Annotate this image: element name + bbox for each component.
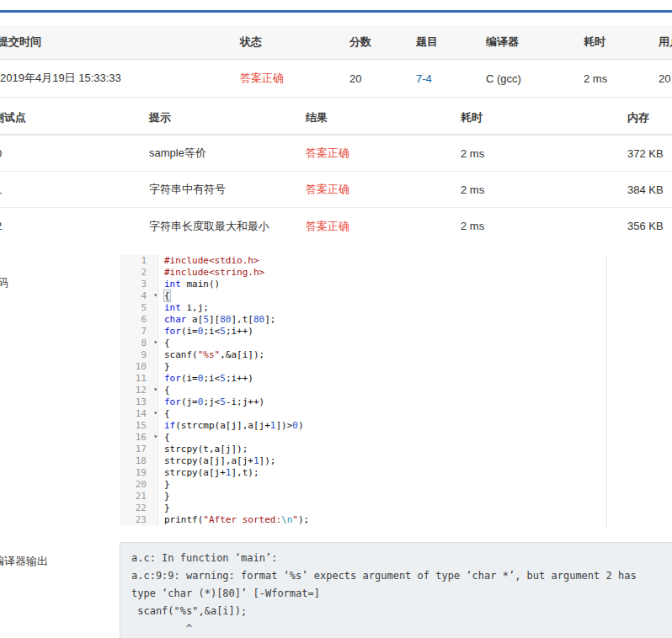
col-submit-time: 提交时间 xyxy=(0,35,240,50)
submission-table: 提交时间 状态 分数 题目 编译器 耗时 用户 2019年4月19日 15:33… xyxy=(0,25,672,98)
testcase-result: 答案正确 xyxy=(306,182,461,197)
code-fold-icon[interactable]: ▾ xyxy=(153,407,157,419)
col-tc-elapsed: 耗时 xyxy=(461,110,627,125)
col-memory: 内存 xyxy=(627,110,672,125)
problem-link[interactable]: 7-4 xyxy=(416,72,432,85)
compiler-value: C (gcc) xyxy=(486,72,584,85)
testcase-elapsed: 2 ms xyxy=(461,220,627,232)
submission-table-header: 提交时间 状态 分数 题目 编译器 耗时 用户 xyxy=(0,25,672,60)
compiler-output-label: 编译器输出 xyxy=(0,554,48,569)
testcase-id: 0 xyxy=(0,147,2,160)
code-fold-icon[interactable]: ▾ xyxy=(153,337,157,348)
code-fold-icon[interactable]: ▾ xyxy=(153,384,157,396)
testcase-hint: 字符串长度取最大和最小 xyxy=(149,219,306,234)
testcase-elapsed: 2 ms xyxy=(461,147,627,160)
testcase-row: 1 字符串中有符号 答案正确 2 ms 384 KB xyxy=(0,172,672,208)
col-compiler: 编译器 xyxy=(486,35,584,50)
testcase-memory: 372 KB xyxy=(627,147,672,160)
col-score: 分数 xyxy=(349,35,416,50)
testcase-hint: sample等价 xyxy=(149,146,306,161)
col-problem: 题目 xyxy=(416,35,486,50)
submit-time: 2019年4月19日 15:33:33 xyxy=(0,71,240,86)
code-section: 代码 1#include<stdio.h>2#include<string.h>… xyxy=(0,255,672,529)
compiler-output-box: a.c: In function ‘main’:a.c:9:9: warning… xyxy=(120,542,672,638)
elapsed-value: 2 ms xyxy=(584,72,659,85)
col-elapsed: 耗时 xyxy=(584,35,659,50)
testcase-result: 答案正确 xyxy=(306,146,461,161)
testcase-id: 2 xyxy=(0,220,2,232)
col-user: 用户 xyxy=(659,35,672,50)
testcase-row: 0 sample等价 答案正确 2 ms 372 KB xyxy=(0,136,672,172)
testcases-table-header: 测试点 提示 结果 耗时 内存 xyxy=(0,102,672,136)
testcase-id: 1 xyxy=(0,183,2,196)
col-hint: 提示 xyxy=(149,110,306,125)
col-result: 结果 xyxy=(306,110,461,125)
top-blue-rule xyxy=(0,0,672,13)
testcase-memory: 384 KB xyxy=(627,183,672,196)
testcase-hint: 字符串中有符号 xyxy=(149,182,306,197)
testcase-result: 答案正确 xyxy=(306,219,461,234)
col-testcase: 测试点 xyxy=(0,110,26,125)
code-label: 代码 xyxy=(0,275,8,290)
code-fold-icon[interactable]: ▾ xyxy=(153,431,157,443)
submission-row: 2019年4月19日 15:33:33 答案正确 20 7-4 C (gcc) … xyxy=(0,60,672,98)
testcase-elapsed: 2 ms xyxy=(461,183,627,196)
code-fold-icon[interactable]: ▾ xyxy=(153,290,157,301)
testcase-memory: 356 KB xyxy=(627,220,672,232)
testcase-row: 2 字符串长度取最大和最小 答案正确 2 ms 356 KB xyxy=(0,208,672,244)
code-editor[interactable]: 1#include<stdio.h>2#include<string.h>3in… xyxy=(120,255,607,529)
score-value: 20 xyxy=(349,72,416,85)
submission-detail-page: 提交时间 状态 分数 题目 编译器 耗时 用户 2019年4月19日 15:33… xyxy=(0,0,672,638)
compiler-output-section: 编译器输出 a.c: In function ‘main’:a.c:9:9: w… xyxy=(0,542,672,638)
user-value: 20 xyxy=(659,72,672,85)
status-badge: 答案正确 xyxy=(240,71,349,86)
testcases-table: 测试点 提示 结果 耗时 内存 0 sample等价 答案正确 2 ms 372… xyxy=(0,102,672,244)
col-status: 状态 xyxy=(240,35,349,50)
